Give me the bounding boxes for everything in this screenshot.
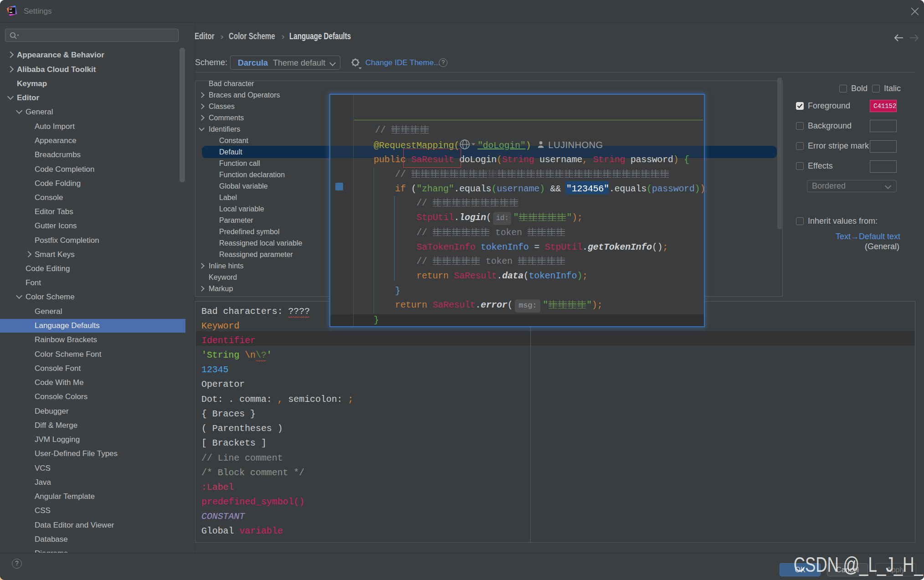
svg-text:IJ: IJ bbox=[10, 8, 12, 10]
